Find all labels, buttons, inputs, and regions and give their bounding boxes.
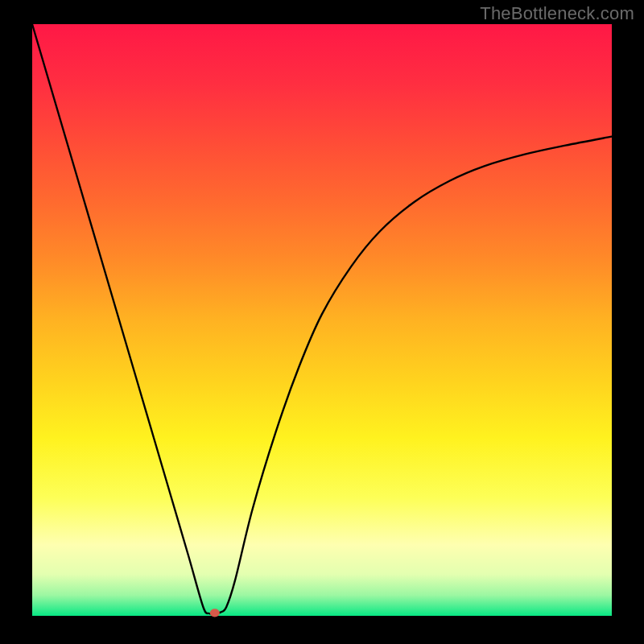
watermark-text: TheBottleneck.com [480, 3, 634, 24]
bottleneck-chart [0, 0, 644, 644]
chart-frame: TheBottleneck.com [0, 0, 644, 644]
optimal-point-marker [210, 609, 220, 617]
